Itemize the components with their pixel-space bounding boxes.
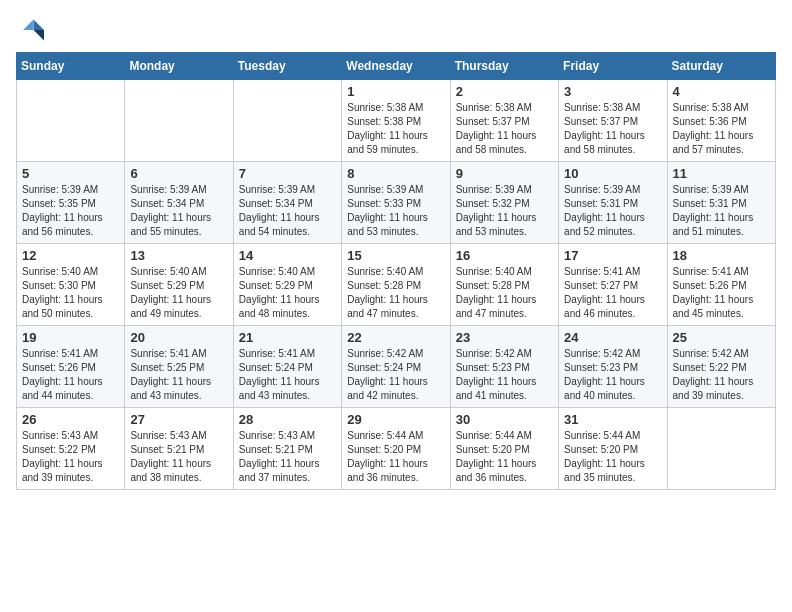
day-number: 16	[456, 248, 553, 263]
svg-marker-2	[34, 30, 45, 41]
day-info: Sunrise: 5:39 AM Sunset: 5:33 PM Dayligh…	[347, 183, 444, 239]
day-number: 15	[347, 248, 444, 263]
day-number: 12	[22, 248, 119, 263]
day-number: 4	[673, 84, 770, 99]
day-number: 25	[673, 330, 770, 345]
calendar-cell: 11Sunrise: 5:39 AM Sunset: 5:31 PM Dayli…	[667, 162, 775, 244]
calendar-cell	[233, 80, 341, 162]
day-info: Sunrise: 5:43 AM Sunset: 5:21 PM Dayligh…	[239, 429, 336, 485]
day-info: Sunrise: 5:38 AM Sunset: 5:37 PM Dayligh…	[456, 101, 553, 157]
calendar-week-row: 19Sunrise: 5:41 AM Sunset: 5:26 PM Dayli…	[17, 326, 776, 408]
day-number: 23	[456, 330, 553, 345]
day-number: 28	[239, 412, 336, 427]
day-info: Sunrise: 5:40 AM Sunset: 5:28 PM Dayligh…	[347, 265, 444, 321]
calendar-cell: 2Sunrise: 5:38 AM Sunset: 5:37 PM Daylig…	[450, 80, 558, 162]
svg-marker-3	[23, 20, 34, 31]
day-number: 6	[130, 166, 227, 181]
day-info: Sunrise: 5:41 AM Sunset: 5:26 PM Dayligh…	[22, 347, 119, 403]
calendar-cell: 25Sunrise: 5:42 AM Sunset: 5:22 PM Dayli…	[667, 326, 775, 408]
calendar-week-row: 5Sunrise: 5:39 AM Sunset: 5:35 PM Daylig…	[17, 162, 776, 244]
calendar-cell: 27Sunrise: 5:43 AM Sunset: 5:21 PM Dayli…	[125, 408, 233, 490]
header-saturday: Saturday	[667, 53, 775, 80]
calendar-cell: 12Sunrise: 5:40 AM Sunset: 5:30 PM Dayli…	[17, 244, 125, 326]
calendar-header-row: SundayMondayTuesdayWednesdayThursdayFrid…	[17, 53, 776, 80]
calendar-week-row: 1Sunrise: 5:38 AM Sunset: 5:38 PM Daylig…	[17, 80, 776, 162]
calendar-cell: 3Sunrise: 5:38 AM Sunset: 5:37 PM Daylig…	[559, 80, 667, 162]
calendar-cell: 31Sunrise: 5:44 AM Sunset: 5:20 PM Dayli…	[559, 408, 667, 490]
day-number: 10	[564, 166, 661, 181]
calendar-cell: 6Sunrise: 5:39 AM Sunset: 5:34 PM Daylig…	[125, 162, 233, 244]
day-number: 5	[22, 166, 119, 181]
day-info: Sunrise: 5:44 AM Sunset: 5:20 PM Dayligh…	[456, 429, 553, 485]
day-info: Sunrise: 5:41 AM Sunset: 5:26 PM Dayligh…	[673, 265, 770, 321]
calendar-cell: 29Sunrise: 5:44 AM Sunset: 5:20 PM Dayli…	[342, 408, 450, 490]
day-number: 20	[130, 330, 227, 345]
calendar-cell: 9Sunrise: 5:39 AM Sunset: 5:32 PM Daylig…	[450, 162, 558, 244]
day-number: 26	[22, 412, 119, 427]
day-number: 17	[564, 248, 661, 263]
day-number: 1	[347, 84, 444, 99]
day-info: Sunrise: 5:38 AM Sunset: 5:38 PM Dayligh…	[347, 101, 444, 157]
day-info: Sunrise: 5:40 AM Sunset: 5:30 PM Dayligh…	[22, 265, 119, 321]
day-info: Sunrise: 5:39 AM Sunset: 5:34 PM Dayligh…	[130, 183, 227, 239]
day-number: 8	[347, 166, 444, 181]
day-info: Sunrise: 5:38 AM Sunset: 5:37 PM Dayligh…	[564, 101, 661, 157]
calendar-cell: 13Sunrise: 5:40 AM Sunset: 5:29 PM Dayli…	[125, 244, 233, 326]
header-tuesday: Tuesday	[233, 53, 341, 80]
calendar-cell: 1Sunrise: 5:38 AM Sunset: 5:38 PM Daylig…	[342, 80, 450, 162]
day-number: 7	[239, 166, 336, 181]
header-thursday: Thursday	[450, 53, 558, 80]
calendar-cell: 23Sunrise: 5:42 AM Sunset: 5:23 PM Dayli…	[450, 326, 558, 408]
calendar-cell	[667, 408, 775, 490]
header-monday: Monday	[125, 53, 233, 80]
day-info: Sunrise: 5:41 AM Sunset: 5:27 PM Dayligh…	[564, 265, 661, 321]
calendar-cell: 22Sunrise: 5:42 AM Sunset: 5:24 PM Dayli…	[342, 326, 450, 408]
day-number: 19	[22, 330, 119, 345]
day-info: Sunrise: 5:42 AM Sunset: 5:24 PM Dayligh…	[347, 347, 444, 403]
day-info: Sunrise: 5:42 AM Sunset: 5:23 PM Dayligh…	[564, 347, 661, 403]
calendar-cell: 21Sunrise: 5:41 AM Sunset: 5:24 PM Dayli…	[233, 326, 341, 408]
day-number: 2	[456, 84, 553, 99]
day-info: Sunrise: 5:43 AM Sunset: 5:21 PM Dayligh…	[130, 429, 227, 485]
day-number: 29	[347, 412, 444, 427]
header-sunday: Sunday	[17, 53, 125, 80]
day-info: Sunrise: 5:43 AM Sunset: 5:22 PM Dayligh…	[22, 429, 119, 485]
day-number: 3	[564, 84, 661, 99]
calendar-cell: 30Sunrise: 5:44 AM Sunset: 5:20 PM Dayli…	[450, 408, 558, 490]
day-number: 9	[456, 166, 553, 181]
calendar-cell: 26Sunrise: 5:43 AM Sunset: 5:22 PM Dayli…	[17, 408, 125, 490]
day-info: Sunrise: 5:42 AM Sunset: 5:23 PM Dayligh…	[456, 347, 553, 403]
day-number: 22	[347, 330, 444, 345]
calendar-cell: 17Sunrise: 5:41 AM Sunset: 5:27 PM Dayli…	[559, 244, 667, 326]
calendar-cell	[125, 80, 233, 162]
day-number: 11	[673, 166, 770, 181]
day-number: 18	[673, 248, 770, 263]
day-number: 14	[239, 248, 336, 263]
calendar-cell: 10Sunrise: 5:39 AM Sunset: 5:31 PM Dayli…	[559, 162, 667, 244]
calendar-cell: 20Sunrise: 5:41 AM Sunset: 5:25 PM Dayli…	[125, 326, 233, 408]
day-info: Sunrise: 5:41 AM Sunset: 5:25 PM Dayligh…	[130, 347, 227, 403]
calendar-cell: 15Sunrise: 5:40 AM Sunset: 5:28 PM Dayli…	[342, 244, 450, 326]
day-info: Sunrise: 5:39 AM Sunset: 5:31 PM Dayligh…	[673, 183, 770, 239]
day-number: 27	[130, 412, 227, 427]
logo	[16, 16, 48, 44]
day-number: 21	[239, 330, 336, 345]
day-info: Sunrise: 5:42 AM Sunset: 5:22 PM Dayligh…	[673, 347, 770, 403]
day-info: Sunrise: 5:39 AM Sunset: 5:35 PM Dayligh…	[22, 183, 119, 239]
day-number: 30	[456, 412, 553, 427]
day-info: Sunrise: 5:44 AM Sunset: 5:20 PM Dayligh…	[564, 429, 661, 485]
calendar-cell: 5Sunrise: 5:39 AM Sunset: 5:35 PM Daylig…	[17, 162, 125, 244]
calendar-cell: 8Sunrise: 5:39 AM Sunset: 5:33 PM Daylig…	[342, 162, 450, 244]
day-info: Sunrise: 5:41 AM Sunset: 5:24 PM Dayligh…	[239, 347, 336, 403]
calendar-cell: 7Sunrise: 5:39 AM Sunset: 5:34 PM Daylig…	[233, 162, 341, 244]
day-info: Sunrise: 5:39 AM Sunset: 5:31 PM Dayligh…	[564, 183, 661, 239]
calendar-cell: 24Sunrise: 5:42 AM Sunset: 5:23 PM Dayli…	[559, 326, 667, 408]
header-friday: Friday	[559, 53, 667, 80]
page-header	[16, 16, 776, 44]
day-number: 13	[130, 248, 227, 263]
day-number: 31	[564, 412, 661, 427]
svg-marker-1	[34, 20, 45, 31]
calendar-cell: 16Sunrise: 5:40 AM Sunset: 5:28 PM Dayli…	[450, 244, 558, 326]
day-number: 24	[564, 330, 661, 345]
calendar-cell: 18Sunrise: 5:41 AM Sunset: 5:26 PM Dayli…	[667, 244, 775, 326]
